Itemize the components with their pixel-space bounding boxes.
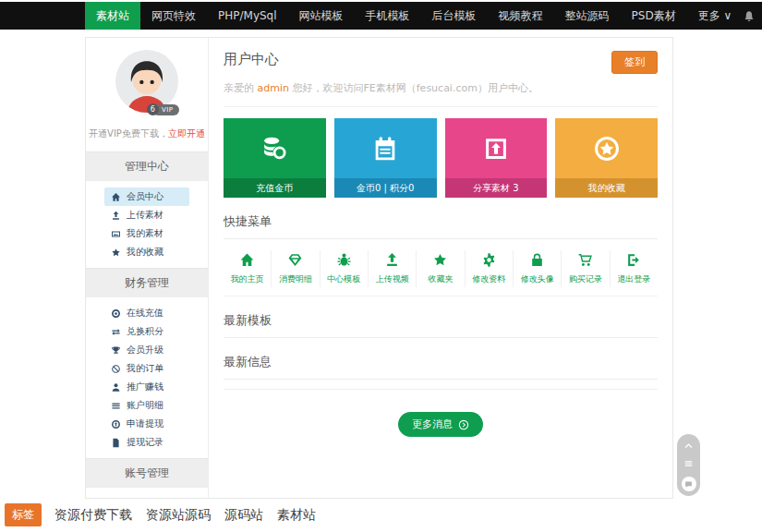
- quick-menu-icon: [287, 252, 303, 268]
- sidebar-item[interactable]: 我的订单: [104, 359, 189, 378]
- sidebar-item-icon: [111, 248, 121, 258]
- stat-card-label: 我的收藏: [555, 178, 658, 198]
- tag-link[interactable]: 资源站源码: [146, 507, 211, 524]
- nav-item[interactable]: 素材站: [85, 2, 140, 30]
- quick-menu-item[interactable]: 消费明细: [271, 250, 319, 287]
- sidebar-item[interactable]: 推广赚钱: [104, 378, 189, 396]
- stat-card-icon: [593, 135, 621, 163]
- stat-card[interactable]: 分享素材 3: [445, 118, 548, 198]
- nav-item[interactable]: 视频教程: [488, 2, 554, 30]
- sidebar-item-icon: [111, 438, 121, 448]
- username: admin: [258, 82, 289, 94]
- header-divider: [224, 106, 658, 107]
- vip-promo-line: 开通VIP免费下载，立即开通: [86, 120, 208, 151]
- stat-card[interactable]: 充值金币: [224, 118, 326, 198]
- tag-link[interactable]: 资源付费下载: [54, 507, 132, 524]
- quick-menu-label: 收藏夹: [428, 273, 453, 285]
- sidebar-item-icon: [111, 229, 121, 239]
- sidebar-item-icon: [111, 211, 121, 221]
- tag-link[interactable]: 素材站: [277, 507, 316, 524]
- quick-menu-item[interactable]: 修改资料: [465, 250, 513, 287]
- quick-menu-item[interactable]: 我的主页: [224, 250, 271, 287]
- quick-menu-icon: [432, 252, 448, 268]
- level-number: 6: [147, 103, 159, 115]
- quick-menu-label: 我的主页: [231, 273, 264, 285]
- stat-card-label: 金币0 | 积分0: [334, 178, 437, 198]
- quick-menu-icon: [577, 252, 593, 268]
- stat-card-icon-area: [224, 118, 326, 178]
- welcome-text: 亲爱的 admin 您好，欢迎访问FE素材网（fesucai.com）用户中心。: [224, 81, 658, 95]
- vip-open-link[interactable]: 立即开通: [168, 128, 205, 139]
- sidebar-item[interactable]: 申请提现: [104, 415, 189, 433]
- sidebar-item[interactable]: 我的收藏: [104, 243, 189, 261]
- nav-item[interactable]: 手机模板: [355, 2, 421, 30]
- tag-links: 资源付费下载 资源站源码 源码站 素材站: [54, 507, 316, 524]
- nav-item[interactable]: 网页特效: [140, 2, 207, 30]
- quick-menu-item[interactable]: 购买记录: [561, 250, 609, 287]
- user-center-panel: 6 VIP 开通VIP免费下载，立即开通 管理中心 会员中心 上传素材: [85, 37, 673, 499]
- user-avatar[interactable]: [115, 50, 178, 113]
- tag-link[interactable]: 源码站: [224, 507, 263, 524]
- sidebar-item-label: 申请提现: [127, 417, 163, 430]
- nav-item[interactable]: 整站源码: [554, 2, 621, 30]
- quick-menu-icon: [626, 252, 642, 268]
- checkin-button[interactable]: 签到: [611, 51, 658, 74]
- stat-card-icon: [482, 135, 510, 163]
- sidebar-item[interactable]: 修改资料: [104, 494, 189, 498]
- nav-item[interactable]: PSD素材: [621, 2, 687, 30]
- back-to-top-icon[interactable]: [683, 441, 695, 451]
- sidebar-item-icon: [111, 419, 121, 429]
- nav-item[interactable]: 后台模板: [421, 2, 488, 30]
- sidebar-item[interactable]: 会员中心: [104, 187, 189, 206]
- quick-menu-item[interactable]: 上传视频: [368, 250, 416, 287]
- sidebar-item-label: 我的素材: [127, 227, 163, 240]
- sidebar-section-manage: 管理中心: [86, 151, 208, 181]
- sidebar-item[interactable]: 上传素材: [104, 206, 189, 224]
- sidebar-item[interactable]: 账户明细: [104, 396, 189, 415]
- quick-menu-icon: [336, 252, 352, 268]
- quick-menu-item[interactable]: 中心模板: [320, 250, 368, 287]
- quick-menu-title: 快捷菜单: [224, 213, 658, 239]
- sidebar-item-label: 会员升级: [127, 344, 163, 357]
- sidebar-item[interactable]: 会员升级: [104, 341, 189, 359]
- footer-tag-bar: 标签 资源付费下载 资源站源码 源码站 素材站: [5, 503, 316, 526]
- stat-card-icon: [260, 135, 288, 163]
- sidebar-item-icon: [111, 192, 121, 202]
- sidebar-item[interactable]: 我的素材: [104, 224, 189, 243]
- nav-item[interactable]: PHP/MySql: [207, 2, 288, 30]
- sidebar-item-label: 我的订单: [127, 362, 163, 375]
- stat-card[interactable]: 金币0 | 积分0: [334, 118, 437, 198]
- sidebar-item-label: 修改资料: [127, 497, 163, 498]
- sidebar-item[interactable]: 在线充值: [104, 304, 189, 322]
- page-title: 用户中心: [224, 51, 279, 68]
- sidebar-section-account: 账号管理: [86, 458, 208, 488]
- sidebar-item[interactable]: 兑换积分: [104, 322, 189, 341]
- quick-menu-item[interactable]: 退出登录: [610, 250, 658, 287]
- more-messages-button[interactable]: 更多消息: [398, 412, 483, 437]
- vip-badge-label: VIP: [162, 106, 174, 114]
- sidebar-item[interactable]: 提现记录: [104, 433, 189, 452]
- sidebar-section-finance: 财务管理: [86, 268, 208, 297]
- nav-item[interactable]: 更多 ∨: [687, 2, 744, 30]
- quick-menu-item[interactable]: 收藏夹: [416, 250, 464, 287]
- feedback-chat-button[interactable]: [682, 477, 696, 491]
- quick-menu-item[interactable]: 修改头像: [513, 250, 561, 287]
- quick-menu-label: 消费明细: [279, 273, 312, 285]
- sidebar-item-label: 上传素材: [127, 209, 163, 222]
- latest-news-title: 最新信息: [224, 354, 658, 380]
- stat-card-label: 充值金币: [224, 178, 326, 198]
- quick-menu-label: 购买记录: [569, 273, 602, 285]
- sidebar-item-label: 账户明细: [127, 399, 163, 412]
- vip-promo-text: 开通VIP免费下载，: [89, 128, 168, 139]
- welcome-prefix: 亲爱的: [224, 82, 258, 94]
- stat-card[interactable]: 我的收藏: [555, 118, 658, 198]
- sidebar-item-icon: [111, 327, 121, 337]
- vip-level-badge: 6 VIP: [152, 104, 179, 115]
- bell-icon[interactable]: [743, 9, 756, 22]
- stat-card-icon-area: [445, 118, 548, 178]
- nav-item[interactable]: 网站模板: [288, 2, 355, 30]
- menu-list-icon[interactable]: [683, 459, 694, 468]
- quick-menu-label: 退出登录: [617, 273, 650, 285]
- sidebar-item-icon: [111, 401, 121, 411]
- sidebar-group-account: 修改资料 修改密码 修改头像: [86, 488, 208, 498]
